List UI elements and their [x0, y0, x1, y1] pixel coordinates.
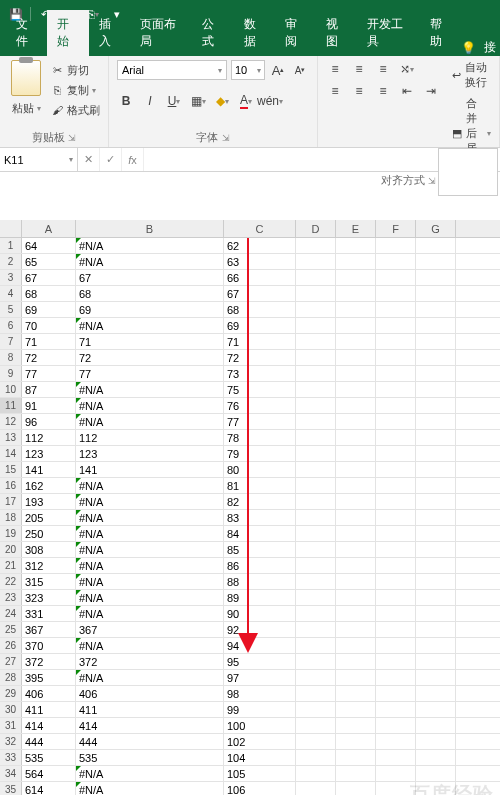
- row-header[interactable]: 16: [0, 478, 22, 493]
- row-header[interactable]: 24: [0, 606, 22, 621]
- cell[interactable]: [336, 702, 376, 717]
- table-row[interactable]: 23323#N/A89: [0, 590, 500, 606]
- cell[interactable]: 99: [224, 702, 296, 717]
- table-row[interactable]: 1087#N/A75: [0, 382, 500, 398]
- row-header[interactable]: 15: [0, 462, 22, 477]
- cell[interactable]: 79: [224, 446, 296, 461]
- cell[interactable]: [416, 542, 456, 557]
- cell[interactable]: #N/A: [76, 414, 224, 429]
- cell[interactable]: [296, 542, 336, 557]
- cell[interactable]: [376, 462, 416, 477]
- cell[interactable]: 65: [22, 254, 76, 269]
- cell[interactable]: [336, 574, 376, 589]
- cell[interactable]: 100: [224, 718, 296, 733]
- wrap-text-button[interactable]: ↩自动换行: [452, 60, 491, 90]
- cell[interactable]: 104: [224, 750, 296, 765]
- cell[interactable]: [416, 510, 456, 525]
- cell[interactable]: [416, 654, 456, 669]
- cell[interactable]: [416, 750, 456, 765]
- cell[interactable]: [336, 670, 376, 685]
- cell[interactable]: [336, 542, 376, 557]
- cell[interactable]: [336, 318, 376, 333]
- font-size-select[interactable]: 10▾: [231, 60, 265, 80]
- cell[interactable]: 87: [22, 382, 76, 397]
- paste-button[interactable]: 粘贴▾: [12, 98, 41, 118]
- cell[interactable]: [376, 478, 416, 493]
- cell[interactable]: [416, 606, 456, 621]
- cell[interactable]: [336, 734, 376, 749]
- cell[interactable]: [336, 590, 376, 605]
- cell[interactable]: [416, 254, 456, 269]
- cell[interactable]: [336, 302, 376, 317]
- cell[interactable]: 444: [22, 734, 76, 749]
- cell[interactable]: [416, 558, 456, 573]
- row-header[interactable]: 11: [0, 398, 22, 413]
- cell[interactable]: [336, 718, 376, 733]
- row-header[interactable]: 17: [0, 494, 22, 509]
- cell[interactable]: 73: [224, 366, 296, 381]
- cell[interactable]: [416, 318, 456, 333]
- cell[interactable]: 68: [224, 302, 296, 317]
- cell[interactable]: 564: [22, 766, 76, 781]
- cell[interactable]: [296, 462, 336, 477]
- cell[interactable]: [296, 686, 336, 701]
- cell[interactable]: 112: [76, 430, 224, 445]
- cell[interactable]: [376, 238, 416, 253]
- cell[interactable]: [416, 766, 456, 781]
- cell[interactable]: [416, 462, 456, 477]
- cell[interactable]: [416, 526, 456, 541]
- cell[interactable]: [336, 462, 376, 477]
- table-row[interactable]: 2940640698: [0, 686, 500, 702]
- worksheet[interactable]: A B C D E F G 164#N/A62265#N/A6336767664…: [0, 220, 500, 795]
- cell[interactable]: [376, 590, 416, 605]
- cell[interactable]: 78: [224, 430, 296, 445]
- cell[interactable]: [296, 734, 336, 749]
- cell[interactable]: 72: [76, 350, 224, 365]
- row-header[interactable]: 31: [0, 718, 22, 733]
- table-row[interactable]: 33535535104: [0, 750, 500, 766]
- table-row[interactable]: 20308#N/A85: [0, 542, 500, 558]
- cell[interactable]: [416, 398, 456, 413]
- row-header[interactable]: 26: [0, 638, 22, 653]
- table-row[interactable]: 22315#N/A88: [0, 574, 500, 590]
- cell[interactable]: 71: [76, 334, 224, 349]
- row-header[interactable]: 1: [0, 238, 22, 253]
- cell[interactable]: [416, 414, 456, 429]
- cell[interactable]: [376, 542, 416, 557]
- tab-review[interactable]: 审阅: [275, 10, 316, 56]
- col-header-d[interactable]: D: [296, 220, 336, 237]
- row-header[interactable]: 30: [0, 702, 22, 717]
- cell[interactable]: [296, 750, 336, 765]
- cell[interactable]: [336, 430, 376, 445]
- cell[interactable]: 67: [76, 270, 224, 285]
- table-row[interactable]: 8727272: [0, 350, 500, 366]
- cell[interactable]: [376, 734, 416, 749]
- cell[interactable]: [296, 366, 336, 381]
- cell[interactable]: 414: [76, 718, 224, 733]
- table-row[interactable]: 7717171: [0, 334, 500, 350]
- row-header[interactable]: 18: [0, 510, 22, 525]
- cell[interactable]: 62: [224, 238, 296, 253]
- cell[interactable]: [416, 238, 456, 253]
- table-row[interactable]: 34564#N/A105: [0, 766, 500, 782]
- cell[interactable]: #N/A: [76, 782, 224, 795]
- row-header[interactable]: 5: [0, 302, 22, 317]
- row-header[interactable]: 3: [0, 270, 22, 285]
- cell[interactable]: [296, 622, 336, 637]
- row-header[interactable]: 13: [0, 430, 22, 445]
- cell[interactable]: 370: [22, 638, 76, 653]
- cell[interactable]: [416, 622, 456, 637]
- align-right-button[interactable]: ≡: [374, 82, 392, 100]
- table-row[interactable]: 19250#N/A84: [0, 526, 500, 542]
- cell[interactable]: 123: [76, 446, 224, 461]
- cell[interactable]: 77: [22, 366, 76, 381]
- cell[interactable]: 72: [22, 350, 76, 365]
- cell[interactable]: [376, 638, 416, 653]
- tab-formulas[interactable]: 公式: [192, 10, 233, 56]
- cell[interactable]: 75: [224, 382, 296, 397]
- cell[interactable]: 86: [224, 558, 296, 573]
- cell[interactable]: [296, 254, 336, 269]
- cell[interactable]: [376, 302, 416, 317]
- table-row[interactable]: 3041141199: [0, 702, 500, 718]
- cell[interactable]: 67: [224, 286, 296, 301]
